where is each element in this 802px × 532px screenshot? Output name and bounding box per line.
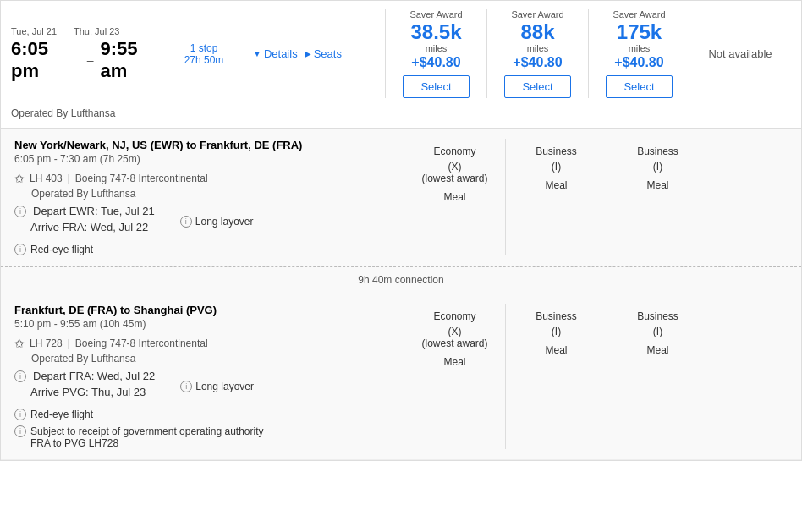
cabin-class-1-0: Economy [433,310,475,322]
red-eye-0: i Red-eye flight [14,244,404,255]
aircraft-0: Boeing 747-8 Intercontinental [75,173,208,184]
dep-arr-section-0: i Depart EWR: Tue, Jul 21 Arrive FRA: We… [14,205,404,239]
award-col-1: Saver Award 88k miles +$40.80 Select [486,9,588,98]
red-eye-icon-0: i [14,244,26,255]
segment-left-0: New York/Newark, NJ, US (EWR) to Frankfu… [14,139,404,255]
segment-times-1: 5:10 pm - 9:55 am (10h 45m) [14,318,404,330]
depart-line-1: i Depart FRA: Wed, Jul 22 [14,370,155,382]
red-eye-text-0: Red-eye flight [30,244,93,255]
operated-by-0: Operated By Lufthansa [14,188,404,200]
long-layover-text-0: Long layover [195,216,254,228]
flight-num-0: LH 403 [30,173,63,184]
stop-count: 1 stop [190,42,218,54]
segment-0: New York/Newark, NJ, US (EWR) to Frankfu… [1,129,801,266]
depart-label-0: Depart EWR: Tue, Jul 21 [33,205,155,217]
award-col-0: Saver Award 38.5k miles +$40.80 Select [385,9,486,98]
arrive-line-1: Arrive PVG: Thu, Jul 23 [30,386,155,398]
govt-notice-1: i Subject to receipt of government opera… [14,425,404,449]
flight-info-1: ✩ LH 728 | Boeing 747-8 Intercontinental [14,337,404,350]
flight-num-1: LH 728 [30,337,63,349]
arrive-label-1: Arrive PVG: Thu, Jul 23 [30,386,146,398]
red-eye-1: i Red-eye flight [14,409,404,420]
cabin-class-0-2: Business [637,145,678,157]
details-arrow-icon: ▼ [253,49,261,58]
depart-line-0: i Depart EWR: Tue, Jul 21 [14,205,155,217]
arrive-label-0: Arrive FRA: Wed, Jul 22 [30,221,148,233]
depart-item-0: i Depart EWR: Tue, Jul 21 Arrive FRA: We… [14,205,155,239]
segment-right-spacer-1 [708,304,802,449]
award-miles-2: 175k [617,21,662,43]
not-available-text: Not available [689,47,791,60]
select-button-0[interactable]: Select [403,75,469,98]
depart-info-icon-0: i [14,206,26,217]
select-button-1[interactable]: Select [504,75,570,98]
cabin-meal-0-2: Meal [646,179,668,191]
long-layover-1: i Long layover [180,381,254,392]
award-col-2: Saver Award 175k miles +$40.80 Select [588,9,689,98]
select-button-2[interactable]: Select [606,75,672,98]
depart-info-icon-1: i [14,370,26,382]
dep-arr-section-1: i Depart FRA: Wed, Jul 22 Arrive PVG: Th… [14,370,404,403]
cabin-col-0-0: Economy (X) (lowest award) Meal [404,139,505,255]
arr-date: Thu, Jul 23 [74,26,119,36]
cabin-col-1-1: Business (I) Meal [505,304,607,449]
segment-right-spacer-0 [708,139,802,255]
seats-button[interactable]: ▶ Seats [305,47,342,60]
duration: 27h 50m [184,54,224,66]
connection-divider: 9h 40m connection [1,266,801,293]
cabin-meal-1-1: Meal [545,344,567,356]
long-layover-0: i Long layover [180,216,254,228]
award-miles-1: 88k [520,21,554,43]
arr-time: 9:55 am [100,38,168,82]
aircraft-1: Boeing 747-8 Intercontinental [75,337,208,349]
star-icon-0: ✩ [14,172,25,185]
award-miles-unit-0: miles [426,43,448,53]
dep-time: 6:05 pm [11,38,80,82]
cabin-col-1-0: Economy (X) (lowest award) Meal [404,304,505,449]
award-fee-1: +$40.80 [513,55,562,70]
segment-right-0: Economy (X) (lowest award) Meal Business… [404,139,802,255]
segment-1: Frankfurt, DE (FRA) to Shanghai (PVG) 5:… [1,293,801,460]
cabin-note-0-0: (lowest award) [421,173,487,184]
segment-route-0: New York/Newark, NJ, US (EWR) to Frankfu… [14,139,404,151]
cabin-meal-1-0: Meal [443,356,465,368]
award-miles-unit-2: miles [629,43,651,53]
layover-info-icon-0: i [180,216,192,228]
details-label: Details [264,47,298,60]
details-button[interactable]: ▼ Details [253,47,298,60]
cabin-sub-1-2: (I) [653,326,662,337]
long-layover-text-1: Long layover [195,381,254,392]
govt-notice-text-1: Subject to receipt of government operati… [30,425,264,437]
cabin-class-1-1: Business [536,310,577,322]
red-eye-text-1: Red-eye flight [30,409,93,420]
award-label-1: Saver Award [511,9,563,19]
cabin-note-1-0: (lowest award) [421,337,487,349]
red-eye-icon-1: i [14,409,26,420]
header-operated-by: Operated By Lufthansa [1,107,801,128]
segment-left-1: Frankfurt, DE (FRA) to Shanghai (PVG) 5:… [14,304,404,449]
segment-times-0: 6:05 pm - 7:30 am (7h 25m) [14,153,404,165]
dep-date: Tue, Jul 21 [11,26,57,36]
segment-route-1: Frankfurt, DE (FRA) to Shanghai (PVG) [14,304,404,316]
depart-item-1: i Depart FRA: Wed, Jul 22 Arrive PVG: Th… [14,370,155,403]
segment-right-1: Economy (X) (lowest award) Meal Business… [404,304,802,449]
cabin-meal-0-1: Meal [545,179,567,191]
depart-label-1: Depart FRA: Wed, Jul 22 [33,370,155,382]
cabin-sub-0-0: (X) [448,161,462,173]
cabin-class-0-1: Business [536,145,577,157]
cabin-sub-0-1: (I) [552,161,561,173]
cabin-meal-1-2: Meal [646,344,668,356]
cabin-class-0-0: Economy [433,145,475,157]
seats-label: Seats [314,47,342,60]
operated-by-1: Operated By Lufthansa [14,353,404,365]
award-miles-unit-1: miles [527,43,549,53]
arrive-line-0: Arrive FRA: Wed, Jul 22 [30,221,155,233]
flight-info-0: ✩ LH 403 | Boeing 747-8 Intercontinental [14,172,404,185]
cabin-sub-1-0: (X) [448,326,462,337]
cabin-meal-0-0: Meal [443,191,465,203]
cabin-col-0-1: Business (I) Meal [505,139,607,255]
cabin-sub-0-2: (I) [653,161,662,173]
layover-info-icon-1: i [180,381,192,392]
star-icon-1: ✩ [14,337,25,350]
cabin-col-1-2: Business (I) Meal [607,304,708,449]
